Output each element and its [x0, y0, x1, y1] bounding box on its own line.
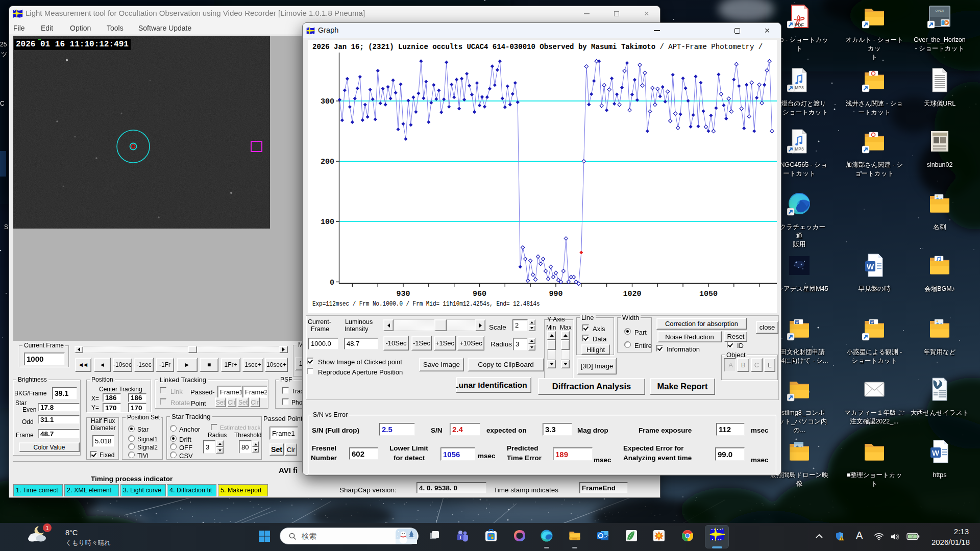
- svg-text:100: 100: [321, 218, 334, 227]
- svg-text:300: 300: [321, 97, 334, 106]
- svg-text:1050: 1050: [699, 290, 718, 298]
- svg-text:1020: 1020: [623, 290, 641, 298]
- svg-text:MP3: MP3: [795, 85, 804, 90]
- svg-text:0: 0: [330, 279, 334, 287]
- svg-text:930: 930: [396, 290, 410, 298]
- svg-text:T: T: [459, 535, 462, 540]
- svg-text:PDF: PDF: [795, 22, 804, 28]
- svg-text:W: W: [932, 448, 940, 457]
- svg-text:W: W: [796, 321, 799, 324]
- svg-text:OVER: OVER: [935, 9, 944, 12]
- svg-text:MP3: MP3: [795, 146, 804, 152]
- svg-text:960: 960: [473, 290, 486, 298]
- svg-text:W: W: [867, 262, 874, 271]
- svg-text:W: W: [871, 321, 874, 324]
- svg-text:200: 200: [321, 158, 334, 166]
- svg-text:990: 990: [549, 290, 562, 298]
